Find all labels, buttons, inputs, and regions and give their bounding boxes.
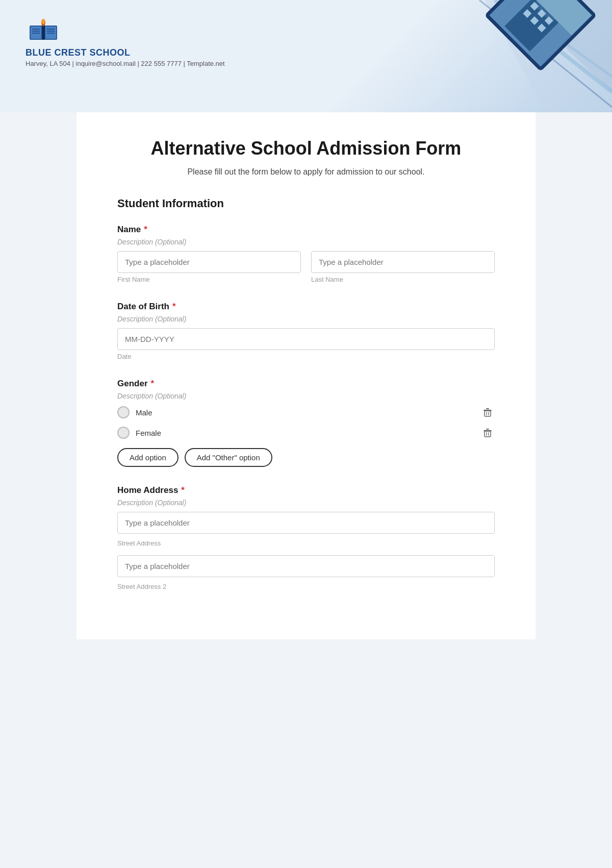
name-description: Description (Optional) [117, 238, 495, 246]
gender-female-delete-icon[interactable] [480, 426, 495, 440]
form-subtitle: Please fill out the form below to apply … [117, 167, 495, 177]
add-option-button[interactable]: Add option [117, 448, 178, 467]
dob-description: Description (Optional) [117, 315, 495, 323]
dob-input[interactable] [117, 328, 495, 350]
gender-options-buttons: Add option Add "Other" option [117, 448, 495, 467]
gender-description: Description (Optional) [117, 392, 495, 400]
last-name-sub-label: Last Name [311, 276, 495, 283]
svg-rect-4 [42, 24, 45, 40]
svg-rect-36 [486, 429, 489, 430]
school-name: BLUE CREST SCHOOL [26, 47, 225, 58]
form-container: Alternative School Admission Form Please… [76, 112, 536, 639]
add-other-option-button[interactable]: Add "Other" option [185, 448, 272, 467]
gender-label: Gender * [117, 379, 495, 389]
street-address-input[interactable] [117, 512, 495, 534]
dob-field-group: Date of Birth * Description (Optional) D… [117, 302, 495, 360]
gender-required-star: * [151, 379, 155, 389]
gender-male-label: Male [136, 408, 480, 417]
gender-male-option: Male [117, 405, 495, 419]
home-address-description: Description (Optional) [117, 499, 495, 507]
home-address-label: Home Address * [117, 485, 495, 495]
svg-rect-3 [45, 27, 56, 39]
gender-male-delete-icon[interactable] [480, 405, 495, 419]
home-address-required-star: * [181, 485, 185, 495]
school-info: Harvey, LA 504 | inquire@school.mail | 2… [26, 60, 225, 67]
school-logo-icon [26, 15, 61, 43]
first-name-sub-label: First Name [117, 276, 301, 283]
page-header: BLUE CREST SCHOOL Harvey, LA 504 | inqui… [0, 0, 612, 112]
name-field-group: Name * Description (Optional) First Name… [117, 225, 495, 283]
gender-female-label: Female [136, 429, 480, 437]
street-address-2-input[interactable] [117, 555, 495, 577]
form-title: Alternative School Admission Form [117, 138, 495, 159]
student-info-heading: Student Information [117, 197, 495, 210]
dob-required-star: * [172, 302, 176, 312]
name-label: Name * [117, 225, 495, 235]
gender-field-group: Gender * Description (Optional) Male Fem… [117, 379, 495, 467]
first-name-input[interactable] [117, 251, 301, 273]
name-row: First Name Last Name [117, 251, 495, 283]
street-address-sub-label: Street Address [117, 539, 495, 547]
last-name-input[interactable] [311, 251, 495, 273]
gender-female-option: Female [117, 426, 495, 440]
first-name-col: First Name [117, 251, 301, 283]
last-name-col: Last Name [311, 251, 495, 283]
svg-rect-37 [484, 431, 491, 437]
name-required-star: * [144, 225, 147, 235]
svg-rect-31 [486, 408, 489, 409]
svg-rect-32 [484, 411, 491, 416]
logo-area: BLUE CREST SCHOOL Harvey, LA 504 | inqui… [26, 15, 225, 67]
dob-sub-label: Date [117, 353, 495, 360]
home-address-field-group: Home Address * Description (Optional) St… [117, 485, 495, 590]
header-decoration [393, 0, 612, 112]
gender-female-radio[interactable] [117, 427, 130, 439]
gender-male-radio[interactable] [117, 406, 130, 418]
street-address-2-sub-label: Street Address 2 [117, 583, 495, 590]
svg-rect-1 [31, 27, 41, 39]
svg-point-6 [42, 19, 45, 24]
dob-label: Date of Birth * [117, 302, 495, 312]
